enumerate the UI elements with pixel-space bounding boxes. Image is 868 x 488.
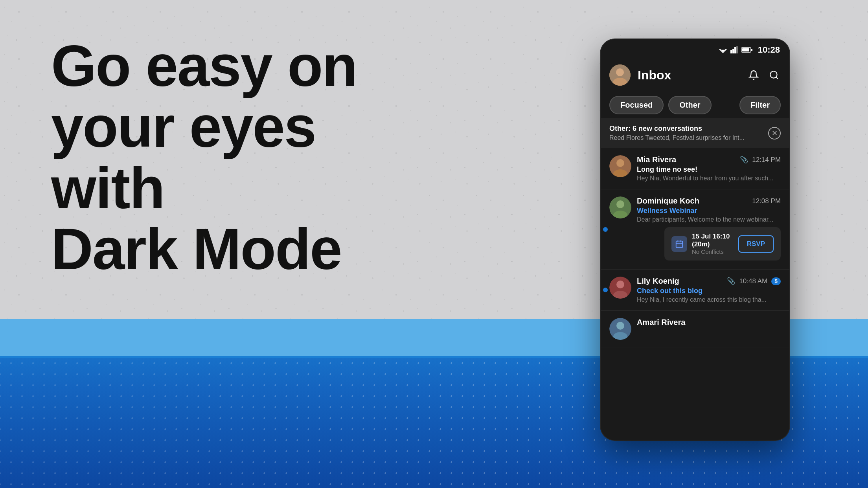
email-preview-mia: Hey Nia, Wonderful to hear from you afte… (637, 175, 781, 182)
svg-rect-6 (736, 46, 738, 53)
sender-lily: Lily Koenig (637, 277, 679, 286)
email-preview-lily: Hey Nia, I recently came across this blo… (637, 296, 781, 303)
email-item-dominique[interactable]: Dominique Koch 12:08 PM Wellness Webinar… (601, 189, 789, 270)
email-top-row-mia: Mia Rivera 📎 12:14 PM (637, 155, 781, 164)
calendar-datetime: 15 Jul 16:10 (20m) (692, 233, 738, 248)
notification-title: Other: 6 new conversations (609, 125, 768, 133)
close-notification-button[interactable]: ✕ (768, 127, 781, 139)
focused-tab[interactable]: Focused (609, 96, 664, 114)
header-icons (747, 68, 781, 82)
svg-rect-8 (751, 49, 752, 51)
svg-point-28 (616, 322, 624, 330)
svg-rect-9 (742, 48, 749, 51)
email-meta-lily: 📎 10:48 AM 5 (727, 277, 781, 285)
other-tab[interactable]: Other (668, 96, 711, 114)
email-body-lily: Lily Koenig 📎 10:48 AM 5 Check out this … (637, 277, 781, 303)
svg-point-15 (616, 159, 624, 167)
headline-text: Go easy on your eyes with Dark Mode (51, 35, 358, 280)
notification-text: Other: 6 new conversations Reed Flores T… (609, 125, 768, 141)
email-body-dominique: Dominique Koch 12:08 PM Wellness Webinar… (637, 196, 781, 262)
calendar-card[interactable]: 15 Jul 16:10 (20m) No Conflicts RSVP (664, 227, 781, 261)
email-subject-mia: Long time no see! (637, 165, 781, 174)
email-top-row-dominique: Dominique Koch 12:08 PM (637, 196, 781, 205)
avatar-mia-svg (609, 155, 631, 177)
email-item-mia[interactable]: Mia Rivera 📎 12:14 PM Long time no see! … (601, 148, 789, 189)
email-time-lily: 10:48 AM (739, 277, 767, 285)
svg-point-11 (616, 68, 624, 76)
notification-icon[interactable] (747, 68, 760, 82)
avatar-lily (609, 277, 631, 299)
email-header: Inbox (601, 58, 789, 92)
sender-amari: Amari Rivera (637, 318, 685, 327)
search-icon[interactable] (767, 68, 781, 82)
email-time-mia: 12:14 PM (752, 156, 781, 164)
user-avatar[interactable] (609, 64, 631, 86)
email-meta-dominique: 12:08 PM (752, 197, 781, 205)
attachment-icon-mia: 📎 (740, 156, 748, 164)
notification-banner: Other: 6 new conversations Reed Flores T… (601, 118, 789, 148)
user-avatar-svg (609, 64, 631, 86)
email-badge-lily: 5 (771, 277, 781, 285)
notification-subtitle: Reed Flores Tweeted, Festival surprises … (609, 134, 768, 141)
status-time: 10:28 (758, 45, 780, 55)
svg-point-18 (616, 200, 624, 208)
battery-icon (741, 47, 752, 53)
status-icons: 10:28 (719, 45, 780, 55)
filter-button[interactable]: Filter (739, 96, 781, 114)
avatar-amari (609, 318, 631, 340)
email-subject-lily: Check out this blog (637, 287, 781, 295)
signal-icon (730, 46, 738, 53)
attachment-icon-lily: 📎 (727, 277, 735, 285)
email-item-amari[interactable]: Amari Rivera (601, 311, 789, 347)
phone-mockup: 10:28 Inbox (601, 39, 789, 440)
status-bar: 10:28 (601, 39, 789, 58)
email-top-row-lily: Lily Koenig 📎 10:48 AM 5 (637, 277, 781, 286)
email-top-row-amari: Amari Rivera (637, 318, 781, 327)
wifi-icon (719, 46, 727, 53)
rsvp-button[interactable]: RSVP (738, 235, 774, 253)
inbox-title: Inbox (638, 68, 747, 83)
calendar-text: 15 Jul 16:10 (20m) No Conflicts (692, 233, 738, 255)
calendar-icon (671, 236, 687, 252)
email-body-mia: Mia Rivera 📎 12:14 PM Long time no see! … (637, 155, 781, 182)
svg-rect-4 (732, 49, 734, 53)
tabs-row: Focused Other Filter (601, 92, 789, 118)
avatar-amari-svg (609, 318, 631, 340)
svg-point-25 (616, 281, 624, 288)
left-text-section: Go easy on your eyes with Dark Mode (51, 35, 358, 280)
avatar-lily-svg (609, 277, 631, 299)
avatar-dominique-svg (609, 196, 631, 218)
svg-point-13 (770, 71, 777, 78)
email-body-amari: Amari Rivera (637, 318, 781, 327)
email-time-dominique: 12:08 PM (752, 197, 781, 205)
avatar-mia (609, 155, 631, 177)
avatar-dominique (609, 196, 631, 218)
svg-rect-5 (734, 47, 736, 53)
calendar-status: No Conflicts (692, 248, 738, 255)
email-subject-dominique: Wellness Webinar (637, 207, 781, 215)
svg-rect-20 (676, 241, 683, 248)
email-meta-mia: 📎 12:14 PM (740, 156, 781, 164)
svg-rect-3 (730, 50, 732, 53)
email-preview-dominique: Dear participants, Welcome to the new we… (637, 216, 781, 223)
sender-mia: Mia Rivera (637, 155, 676, 164)
sender-dominique: Dominique Koch (637, 196, 699, 205)
email-item-lily[interactable]: Lily Koenig 📎 10:48 AM 5 Check out this … (601, 270, 789, 311)
user-avatar-image (609, 64, 631, 86)
